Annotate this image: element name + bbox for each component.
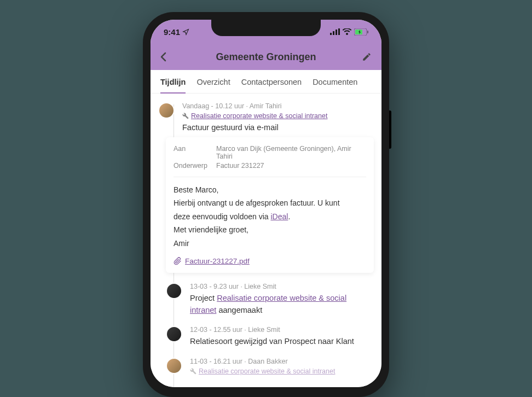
screen: 9:41 Gemeente Groningen Tijdlijn Overzic… [151, 20, 381, 387]
entry-meta: 11-03 - 16.21 uur · Daan Bakker [190, 358, 374, 365]
tab-contactpersonen[interactable]: Contactpersonen [236, 70, 307, 93]
avatar[interactable] [166, 326, 182, 342]
entry-meta: 13-03 - 9.23 uur · Lieke Smit [190, 283, 374, 290]
ideal-link[interactable]: iDeal [270, 212, 288, 221]
svg-rect-0 [330, 33, 332, 35]
svg-rect-2 [336, 30, 337, 35]
tabs: Tijdlijn Overzicht Contactpersonen Docum… [151, 70, 381, 94]
email-subject-label: Onderwerp [174, 162, 216, 170]
svg-rect-3 [338, 28, 340, 35]
attachment-link[interactable]: Factuur-231227.pdf [185, 257, 250, 265]
notch [211, 20, 321, 36]
email-subject-value: Factuur 231227 [216, 162, 264, 170]
tools-icon [182, 113, 189, 119]
svg-rect-6 [367, 31, 368, 33]
entry-title: Factuur gestuurd via e-mail [182, 123, 374, 132]
edit-icon[interactable] [362, 52, 372, 62]
timeline-entry: 13-03 - 9.23 uur · Lieke Smit Project Re… [166, 283, 374, 317]
tab-overzicht[interactable]: Overzicht [191, 70, 235, 93]
email-to-value: Marco van Dijk (Gemeente Groningen), Ami… [216, 145, 366, 160]
email-signature: Amir [174, 237, 366, 249]
email-closing: Met vriendelijke groet, [174, 224, 366, 236]
tab-tijdlijn[interactable]: Tijdlijn [155, 70, 191, 93]
wifi-icon [343, 28, 351, 35]
timeline-entry: 11-03 - 16.21 uur · Daan Bakker Realisat… [166, 358, 374, 378]
email-body: Beste Marco, Hierbij ontvangt u de afges… [174, 184, 366, 249]
email-to-label: Aan [174, 145, 216, 160]
project-reference: Realisatie corporate website & social in… [182, 112, 374, 120]
signal-icon [330, 28, 340, 35]
status-time: 9:41 [164, 27, 180, 37]
project-link[interactable]: Realisatie corporate website & social in… [191, 112, 327, 120]
timeline-content: Vandaag - 10.12 uur · Amir Tahiri Realis… [151, 94, 381, 387]
entry-text: Relatiesoort gewijzigd van Prospect naar… [190, 336, 374, 348]
email-greeting: Beste Marco, [174, 184, 366, 196]
project-link[interactable]: Realisatie corporate website & social in… [199, 367, 335, 375]
paperclip-icon [174, 257, 182, 265]
email-card: Aan Marco van Dijk (Gemeente Groningen),… [166, 137, 374, 273]
page-title: Gemeente Groningen [216, 51, 316, 63]
entry-text: Project Realisatie corporate website & s… [190, 293, 374, 317]
entry-meta: Vandaag - 10.12 uur · Amir Tahiri [182, 102, 374, 110]
tab-documenten[interactable]: Documenten [307, 70, 363, 93]
back-icon[interactable] [160, 52, 167, 62]
avatar[interactable] [158, 102, 175, 119]
location-icon [182, 28, 189, 36]
svg-rect-1 [333, 31, 334, 35]
project-reference: Realisatie corporate website & social in… [190, 367, 374, 375]
side-button [389, 110, 391, 149]
avatar[interactable] [166, 283, 182, 299]
app-header: Gemeente Groningen [151, 44, 381, 70]
battery-icon [354, 28, 368, 36]
entry-meta: 12-03 - 12.55 uur · Lieke Smit [190, 326, 374, 334]
attachment: Factuur-231227.pdf [174, 257, 366, 265]
tools-icon [190, 368, 196, 375]
timeline-entry: Vandaag - 10.12 uur · Amir Tahiri Realis… [158, 102, 374, 273]
timeline-entry: 12-03 - 12.55 uur · Lieke Smit Relatieso… [166, 326, 374, 348]
avatar[interactable] [166, 358, 182, 374]
phone-frame: 9:41 Gemeente Groningen Tijdlijn Overzic… [143, 12, 389, 397]
